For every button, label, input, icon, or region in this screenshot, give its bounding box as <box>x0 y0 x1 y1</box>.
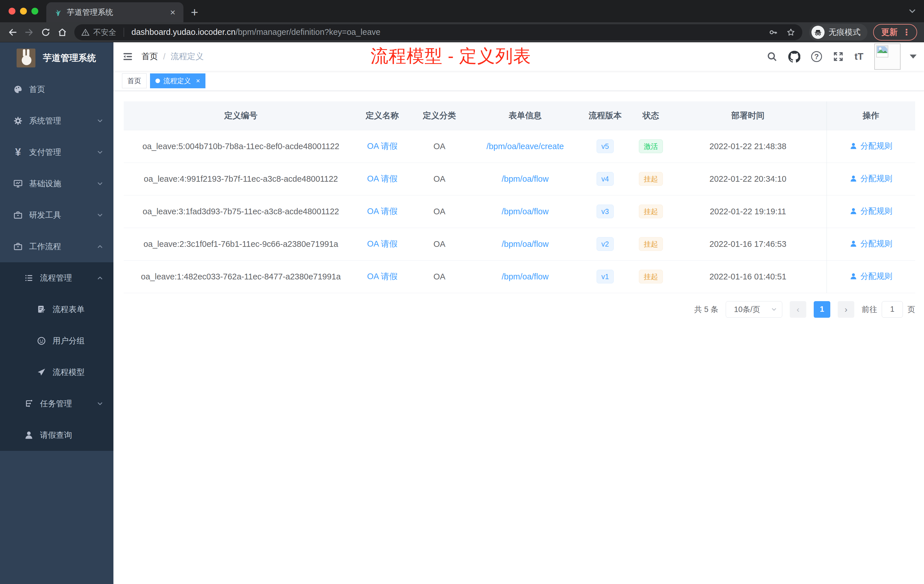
definition-name-link[interactable]: OA 请假 <box>367 206 398 216</box>
sidebar: 芋道管理系统 首页 系统管理 ¥ 支付管理 基础设施 研发工具 工作流 <box>0 42 114 584</box>
table-row: oa_leave:1:482ec033-762a-11ec-8477-a2380… <box>124 260 915 293</box>
table-row: oa_leave:5:004b710b-7b8a-11ec-8ef0-acde4… <box>124 130 915 163</box>
sidebar-item-system-management[interactable]: 系统管理 <box>0 105 114 137</box>
tag-label: 流程定义 <box>163 76 191 86</box>
next-page-button[interactable]: › <box>838 301 854 318</box>
back-button[interactable] <box>5 25 20 40</box>
forward-button[interactable] <box>22 25 36 40</box>
sidebar-item-process-model[interactable]: 流程模型 <box>0 356 114 388</box>
col-header-definition-name: 定义名称 <box>358 101 407 130</box>
form-info-link[interactable]: /bpm/oa/flow <box>502 207 549 216</box>
status-badge: 挂起 <box>639 172 663 186</box>
cell-definition-id: oa_leave:2:3c1f0ef1-76b1-11ec-9c66-a2380… <box>124 228 358 260</box>
pagination: 共 5 条 10条/页 ‹ 1 › 前往 页 <box>124 301 915 318</box>
form-info-link[interactable]: /bpm/oa/flow <box>502 272 549 281</box>
avatar[interactable] <box>874 43 901 70</box>
version-badge: v4 <box>597 172 614 186</box>
url-host: dashboard.yudao.iocoder.cn <box>132 27 236 36</box>
tab-favicon-leaf-icon <box>53 7 62 17</box>
definition-name-link[interactable]: OA 请假 <box>367 174 398 183</box>
sidebar-item-workflow[interactable]: 工作流程 <box>0 231 114 262</box>
goto-label: 前往 <box>862 304 877 315</box>
app-title: 芋道管理系统 <box>43 52 96 64</box>
tag-home[interactable]: 首页 <box>122 73 147 88</box>
cell-deploy-time: 2022-01-16 01:40:51 <box>670 260 827 293</box>
page-unit-label: 页 <box>908 304 915 315</box>
close-window-button[interactable] <box>8 8 15 15</box>
sidebar-item-payment-management[interactable]: ¥ 支付管理 <box>0 137 114 168</box>
page-content: 定义编号 定义名称 定义分类 表单信息 流程版本 状态 部署时间 操作 oa_l… <box>114 91 924 584</box>
update-label: 更新 <box>881 26 898 38</box>
assign-rule-button[interactable]: 分配规则 <box>850 173 892 184</box>
sidebar-item-leave-query[interactable]: 请假查询 <box>0 419 114 451</box>
gear-icon <box>13 116 23 126</box>
col-header-status: 状态 <box>632 101 670 130</box>
reload-button[interactable] <box>38 25 53 40</box>
sidebar-item-label: 工作流程 <box>29 241 90 252</box>
assign-rule-button[interactable]: 分配规则 <box>850 206 892 216</box>
col-header-definition-id: 定义编号 <box>124 101 358 130</box>
list-icon <box>24 273 34 283</box>
bookmark-star-icon[interactable] <box>786 28 795 37</box>
macos-traffic-lights <box>0 0 46 22</box>
col-header-form-info: 表单信息 <box>472 101 578 130</box>
sidebar-item-process-management[interactable]: 流程管理 <box>0 262 114 294</box>
minimize-window-button[interactable] <box>20 8 27 15</box>
page-number-button[interactable]: 1 <box>814 301 830 318</box>
breadcrumb-home[interactable]: 首页 <box>142 51 158 62</box>
tag-close-icon[interactable]: × <box>194 77 200 85</box>
home-button[interactable] <box>55 25 70 40</box>
chevron-down-icon <box>96 211 104 219</box>
new-tab-button[interactable]: + <box>183 2 206 22</box>
assign-rule-button[interactable]: 分配规则 <box>850 238 892 249</box>
page-size-select[interactable]: 10条/页 <box>726 301 782 318</box>
breadcrumb: 首页 / 流程定义 <box>142 51 204 62</box>
sidebar-item-infrastructure[interactable]: 基础设施 <box>0 168 114 200</box>
cell-category: OA <box>407 260 472 293</box>
password-key-icon[interactable] <box>769 28 778 37</box>
prev-page-button[interactable]: ‹ <box>790 301 806 318</box>
help-icon[interactable]: ? <box>811 51 822 62</box>
user-icon <box>850 240 858 248</box>
security-label: 不安全 <box>93 27 116 38</box>
search-icon[interactable] <box>767 51 777 62</box>
avatar-caret-down-icon[interactable] <box>910 54 917 59</box>
sidebar-item-home[interactable]: 首页 <box>0 74 114 105</box>
assign-rule-button[interactable]: 分配规则 <box>850 140 892 152</box>
chrome-update-button[interactable]: 更新 ⋮ <box>873 24 917 41</box>
tag-process-definition[interactable]: 流程定义 × <box>150 73 205 88</box>
yen-icon: ¥ <box>13 146 23 158</box>
zoom-window-button[interactable] <box>31 8 38 15</box>
tab-title: 芋道管理系统 <box>67 7 164 17</box>
navbar-actions: ? tT <box>767 43 924 70</box>
sidebar-item-user-group[interactable]: 用户分组 <box>0 325 114 356</box>
form-info-link[interactable]: /bpm/oa/flow <box>502 174 549 183</box>
table-row: oa_leave:2:3c1f0ef1-76b1-11ec-9c66-a2380… <box>124 228 915 260</box>
goto-page-input[interactable] <box>882 301 903 318</box>
app-logo-avatar <box>16 49 35 68</box>
address-bar[interactable]: 不安全 dashboard.yudao.iocoder.cn/bpm/manag… <box>74 24 802 40</box>
broken-image-icon <box>876 45 889 58</box>
sidebar-item-dev-tools[interactable]: 研发工具 <box>0 200 114 231</box>
font-size-icon[interactable]: tT <box>855 51 863 62</box>
toolbox-icon <box>13 210 23 220</box>
sidebar-collapse-hamburger-icon[interactable] <box>122 51 134 62</box>
github-icon[interactable] <box>788 51 800 63</box>
fullscreen-icon[interactable] <box>833 51 844 62</box>
cell-category: OA <box>407 163 472 195</box>
definition-name-link[interactable]: OA 请假 <box>367 239 398 248</box>
url-text[interactable]: dashboard.yudao.iocoder.cn/bpm/manager/d… <box>132 27 760 37</box>
tab-close-icon[interactable]: × <box>168 8 177 17</box>
tab-search-caret-icon[interactable] <box>908 6 917 16</box>
definition-name-link[interactable]: OA 请假 <box>367 272 398 281</box>
sidebar-logo[interactable]: 芋道管理系统 <box>0 42 114 74</box>
assign-rule-button[interactable]: 分配规则 <box>850 271 892 282</box>
sidebar-item-task-management[interactable]: 任务管理 <box>0 388 114 419</box>
definition-name-link[interactable]: OA 请假 <box>367 142 398 150</box>
form-info-link[interactable]: /bpm/oa/leave/create <box>487 142 564 151</box>
sidebar-item-process-form[interactable]: 流程表单 <box>0 294 114 325</box>
browser-menu-kebab-icon[interactable]: ⋮ <box>902 27 911 37</box>
form-info-link[interactable]: /bpm/oa/flow <box>502 239 549 249</box>
browser-tab[interactable]: 芋道管理系统 × <box>46 2 183 22</box>
status-badge: 挂起 <box>639 237 663 251</box>
